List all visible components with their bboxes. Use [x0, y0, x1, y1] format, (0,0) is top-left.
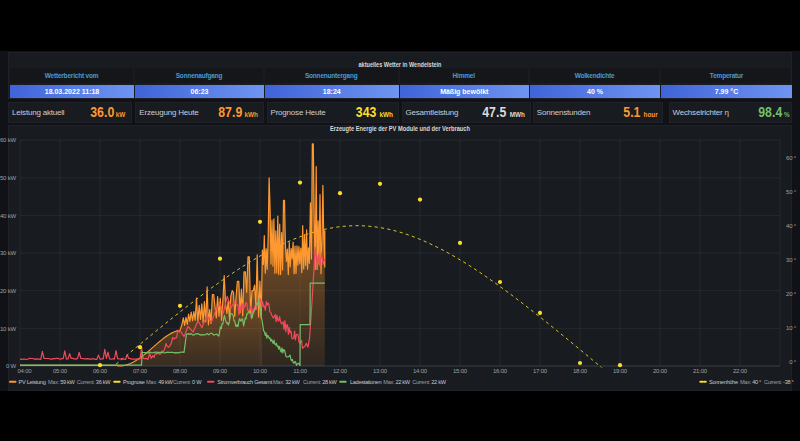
svg-text:60 °: 60 °: [786, 155, 797, 161]
svg-text:Sonnenhöhe: Sonnenhöhe: [709, 379, 738, 385]
svg-text:Max: 59 kW: Max: 59 kW: [48, 379, 76, 385]
svg-text:14:00: 14:00: [413, 368, 428, 374]
svg-text:18:00: 18:00: [573, 368, 588, 374]
svg-text:30 °: 30 °: [786, 257, 797, 263]
svg-text:Max: 49 kW: Max: 49 kW: [146, 379, 174, 385]
svg-text:07:00: 07:00: [133, 368, 148, 374]
svg-text:Stromverbrauch Gesamt: Stromverbrauch Gesamt: [217, 379, 272, 385]
svg-text:Max: 40 °: Max: 40 °: [740, 379, 761, 385]
svg-text:Max: 32 kW: Max: 32 kW: [273, 379, 301, 385]
svg-text:10:00: 10:00: [253, 368, 268, 374]
svg-text:10 °: 10 °: [786, 325, 797, 331]
svg-text:11:00: 11:00: [293, 368, 307, 374]
svg-text:50 kW: 50 kW: [0, 175, 17, 181]
svg-text:0 °: 0 °: [789, 359, 797, 365]
svg-text:Current: 22 kW: Current: 22 kW: [412, 379, 446, 385]
svg-text:13:00: 13:00: [373, 368, 388, 374]
svg-text:06:00: 06:00: [93, 368, 108, 374]
svg-text:0 W: 0 W: [6, 363, 17, 369]
svg-text:20 °: 20 °: [786, 291, 797, 297]
svg-text:05:00: 05:00: [53, 368, 68, 374]
svg-text:50 °: 50 °: [786, 189, 797, 195]
svg-text:15:00: 15:00: [453, 368, 468, 374]
svg-text:12:00: 12:00: [333, 368, 348, 374]
svg-text:10 kW: 10 kW: [0, 326, 17, 332]
svg-text:Prognose: Prognose: [123, 379, 145, 385]
svg-text:09:00: 09:00: [213, 368, 228, 374]
svg-text:Erzeugte Energie der PV Module: Erzeugte Energie der PV Module und der V…: [330, 124, 470, 133]
svg-text:Current: -38 °: Current: -38 °: [764, 379, 794, 385]
svg-text:Current: 28 kW: Current: 28 kW: [303, 379, 337, 385]
svg-text:20 kW: 20 kW: [0, 288, 17, 294]
svg-text:Max: 22 kW: Max: 22 kW: [383, 379, 411, 385]
svg-text:17:00: 17:00: [533, 368, 548, 374]
svg-text:20:00: 20:00: [653, 368, 668, 374]
svg-text:40 kW: 40 kW: [0, 213, 17, 219]
svg-text:60 kW: 60 kW: [0, 137, 17, 143]
svg-text:Current: 0 W: Current: 0 W: [173, 379, 202, 385]
svg-text:40 °: 40 °: [786, 223, 797, 229]
svg-text:30 kW: 30 kW: [0, 250, 17, 256]
svg-text:Ladestationen: Ladestationen: [350, 379, 381, 385]
svg-text:22:00: 22:00: [733, 368, 748, 374]
svg-text:Current: 36 kW: Current: 36 kW: [77, 379, 111, 385]
svg-text:PV Leistung: PV Leistung: [19, 379, 46, 385]
svg-text:21:00: 21:00: [693, 368, 708, 374]
svg-text:16:00: 16:00: [493, 368, 508, 374]
svg-text:04:00: 04:00: [17, 368, 32, 374]
svg-text:19:00: 19:00: [613, 368, 628, 374]
svg-text:aktuelles Wetter in Wendelstei: aktuelles Wetter in Wendelstein: [359, 60, 442, 69]
svg-text:08:00: 08:00: [173, 368, 188, 374]
